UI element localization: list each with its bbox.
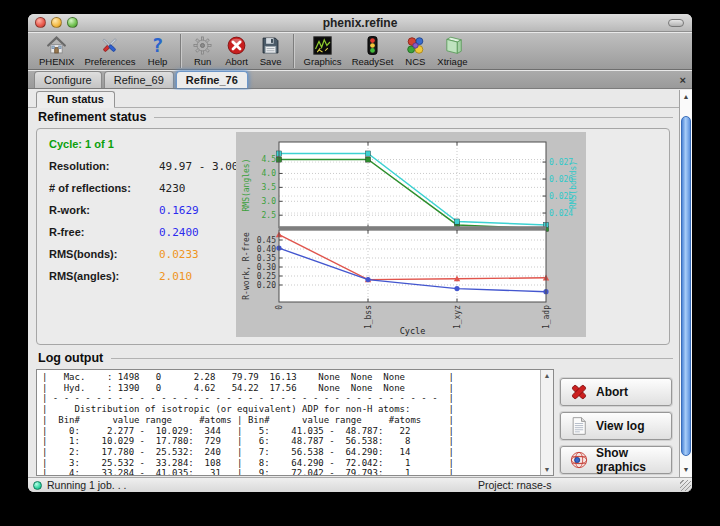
toolbar-button-graphics[interactable]: Graphics <box>299 34 347 68</box>
toolbar-button-preferences[interactable]: Preferences <box>79 34 140 68</box>
status-bar: Running 1 job. . . Project: rnase-s <box>28 477 692 492</box>
svg-text:0.25: 0.25 <box>257 272 276 281</box>
svg-text:1_xyz: 1_xyz <box>453 305 462 329</box>
running-status-icon <box>33 481 42 490</box>
svg-text:3.5: 3.5 <box>262 183 277 192</box>
preferences-icon <box>98 35 122 56</box>
toolbar-button-run[interactable]: Run <box>186 34 220 68</box>
title-bar[interactable]: phenix.refine <box>28 14 692 32</box>
toolbar-button-label: Help <box>148 56 168 67</box>
view-log-icon <box>569 416 589 436</box>
log-text: | Mac. : 1498 0 2.28 79.79 16.13 None No… <box>42 372 539 475</box>
toolbar: PHENIXPreferences?HelpRunAbortSaveGraphi… <box>28 33 692 70</box>
save-icon <box>259 35 283 56</box>
toolbar-button-abort[interactable]: Abort <box>220 34 254 68</box>
abort-button[interactable]: Abort <box>560 378 672 406</box>
stat-label: Resolution: <box>49 160 110 172</box>
button-label: Abort <box>596 385 628 399</box>
toolbar-button-label: Save <box>260 56 282 67</box>
svg-text:3.0: 3.0 <box>262 197 277 206</box>
phenix-home-icon <box>45 35 69 56</box>
stat-row: RMS(angles):2.010 <box>49 270 119 284</box>
toolbar-button-label: Xtriage <box>437 56 467 67</box>
close-tab-icon[interactable]: × <box>680 73 686 87</box>
log-scroll-up-icon[interactable]: ▲ <box>541 372 553 379</box>
svg-text:4.0: 4.0 <box>262 169 277 178</box>
svg-text:0.20: 0.20 <box>257 281 276 290</box>
stat-value: 4230 <box>159 182 186 195</box>
stat-value: 0.1629 <box>159 204 199 217</box>
scroll-down-icon[interactable]: ▼ <box>680 466 692 473</box>
toolbar-button-ncs[interactable]: NCS <box>398 34 432 68</box>
button-label: View log <box>596 419 644 433</box>
resize-grip[interactable] <box>680 480 691 491</box>
svg-text:1_bss: 1_bss <box>364 305 373 329</box>
svg-text:RMS(bonds): RMS(bonds) <box>569 161 578 209</box>
svg-text:1_adp: 1_adp <box>542 305 551 329</box>
window-title: phenix.refine <box>28 16 692 30</box>
run-gear-icon <box>191 35 215 56</box>
subtab-row: Run status <box>28 92 679 108</box>
toolbar-button-label: NCS <box>405 56 425 67</box>
toolbar-button-label: Graphics <box>304 56 342 67</box>
stat-label: RMS(angles): <box>49 270 119 282</box>
toolbar-button-readyset[interactable]: ReadySet <box>347 34 399 68</box>
stat-value: 0.2400 <box>159 226 199 239</box>
refinement-chart: 2.53.03.54.04.50.0240.0250.0260.027RMS(b… <box>236 132 586 337</box>
toolbar-separator <box>293 34 294 68</box>
stat-value: 2.010 <box>159 270 192 283</box>
help-icon: ? <box>146 35 170 56</box>
svg-text:2.5: 2.5 <box>262 211 277 220</box>
ncs-icon <box>403 35 427 56</box>
log-output-box[interactable]: | Mac. : 1498 0 2.28 79.79 16.13 None No… <box>36 369 554 476</box>
xtriage-icon <box>440 35 464 56</box>
view-log-button[interactable]: View log <box>560 412 672 440</box>
toolbar-button-save[interactable]: Save <box>254 34 288 68</box>
stat-row: R-work:0.1629 <box>49 204 90 218</box>
stat-value: 49.97 - 3.00 <box>159 160 238 173</box>
project-label: Project: rnase-s <box>478 479 552 491</box>
refinement-status-panel: Cycle: 1 of 1Resolution:49.97 - 3.00# of… <box>36 128 670 345</box>
readyset-icon <box>360 35 384 56</box>
svg-text:0.40: 0.40 <box>257 245 276 254</box>
toolbar-button-label: ReadySet <box>352 56 394 67</box>
stat-label: R-free: <box>49 226 84 238</box>
toolbar-button-label: Preferences <box>84 56 135 67</box>
run-status-page: Run status Refinement status Cycle: 1 of… <box>28 90 692 477</box>
log-scrollbar[interactable]: ▲ ▼ <box>540 370 553 475</box>
svg-text:?: ? <box>152 35 164 56</box>
svg-text:RMS(angles): RMS(angles) <box>242 159 251 212</box>
stat-row: RMS(bonds):0.0233 <box>49 248 117 262</box>
running-status-text: Running 1 job. . . <box>47 479 126 491</box>
log-output-heading: Log output <box>38 351 673 365</box>
stat-row: Resolution:49.97 - 3.00 <box>49 160 110 174</box>
tab-refine_76[interactable]: Refine_76 <box>176 71 248 88</box>
svg-text:0: 0 <box>275 305 284 310</box>
log-scroll-down-icon[interactable]: ▼ <box>541 466 553 473</box>
tab-refine_69[interactable]: Refine_69 <box>104 71 174 88</box>
cycle-indicator: Cycle: 1 of 1 <box>49 138 114 152</box>
toolbar-button-xtriage[interactable]: Xtriage <box>432 34 472 68</box>
scrollbar-thumb[interactable] <box>681 116 691 456</box>
tab-configure[interactable]: Configure <box>34 71 102 88</box>
show-graphics-icon <box>569 450 589 470</box>
scroll-up-icon[interactable]: ▲ <box>680 93 692 100</box>
toolbar-button-label: Run <box>194 56 211 67</box>
button-label: Show graphics <box>596 446 663 474</box>
toolbar-button-phenix[interactable]: PHENIX <box>34 34 79 68</box>
stat-label: R-work: <box>49 204 90 216</box>
stat-label: # of reflections: <box>49 182 131 194</box>
toolbar-separator <box>180 34 181 68</box>
tab-run-status[interactable]: Run status <box>36 91 115 108</box>
stat-row: R-free:0.2400 <box>49 226 84 240</box>
toolbar-button-help[interactable]: ?Help <box>141 34 175 68</box>
stat-value: 0.0233 <box>159 248 199 261</box>
toolbar-button-label: PHENIX <box>39 56 74 67</box>
show-graphics-button[interactable]: Show graphics <box>560 446 672 474</box>
svg-text:0.35: 0.35 <box>257 254 276 263</box>
stat-label: Cycle: 1 of 1 <box>49 138 114 150</box>
stat-row: # of reflections:4230 <box>49 182 131 196</box>
graphics-icon <box>311 35 335 56</box>
main-scrollbar[interactable]: ▲ ▼ <box>679 90 692 477</box>
toolbar-toggle-pill-button[interactable] <box>668 19 684 27</box>
